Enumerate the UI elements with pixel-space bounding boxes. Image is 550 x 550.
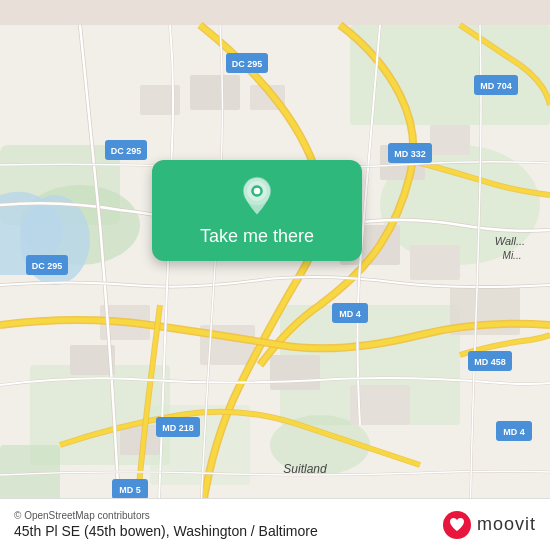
location-pin-icon (237, 176, 277, 216)
moovit-logo: moovit (443, 511, 536, 539)
map-container: DC 295 DC 295 DC 295 MD 704 MD 332 MD 4 … (0, 0, 550, 550)
svg-rect-17 (410, 245, 460, 280)
svg-text:Wall...: Wall... (495, 235, 525, 247)
svg-rect-12 (190, 75, 240, 110)
svg-text:Suitland: Suitland (283, 462, 327, 476)
map-background: DC 295 DC 295 DC 295 MD 704 MD 332 MD 4 … (0, 0, 550, 550)
location-label: 45th Pl SE (45th bowen), Washington / Ba… (14, 523, 318, 539)
moovit-icon (443, 511, 471, 539)
popup-button-label: Take me there (200, 226, 314, 247)
svg-text:DC 295: DC 295 (111, 146, 142, 156)
svg-text:Mi...: Mi... (503, 250, 522, 261)
moovit-brand-text: moovit (477, 514, 536, 535)
take-me-there-button[interactable]: Take me there (152, 160, 362, 261)
svg-text:MD 5: MD 5 (119, 485, 141, 495)
svg-text:MD 332: MD 332 (394, 149, 426, 159)
svg-text:MD 458: MD 458 (474, 357, 506, 367)
bottom-bar: © OpenStreetMap contributors 45th Pl SE … (0, 498, 550, 550)
bottom-bar-info: © OpenStreetMap contributors 45th Pl SE … (14, 510, 318, 539)
svg-text:DC 295: DC 295 (232, 59, 263, 69)
svg-text:MD 4: MD 4 (503, 427, 525, 437)
svg-text:MD 704: MD 704 (480, 81, 512, 91)
moovit-heart-icon (448, 516, 466, 534)
svg-rect-22 (270, 355, 320, 390)
svg-text:DC 295: DC 295 (32, 261, 63, 271)
svg-text:MD 4: MD 4 (339, 309, 361, 319)
svg-rect-15 (430, 125, 470, 155)
osm-attribution: © OpenStreetMap contributors (14, 510, 318, 521)
svg-text:MD 218: MD 218 (162, 423, 194, 433)
svg-point-51 (254, 188, 261, 195)
